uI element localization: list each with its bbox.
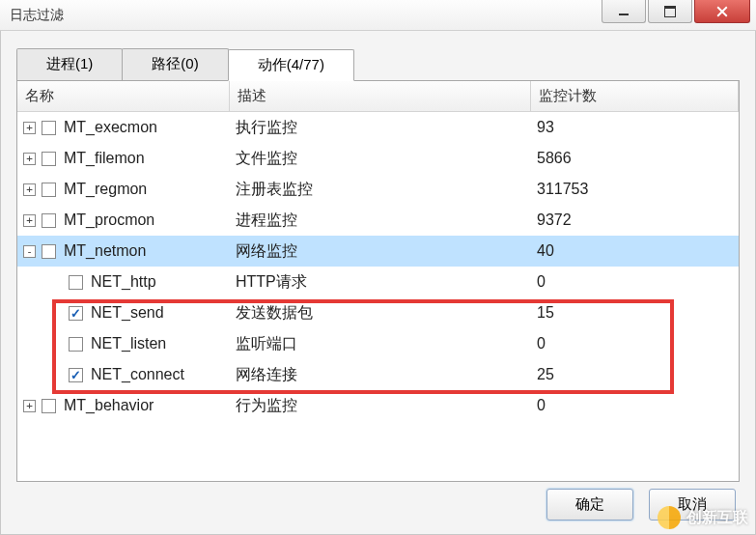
tree-row[interactable]: +MT_procmon进程监控9372 <box>17 205 739 236</box>
cell-desc: 进程监控 <box>230 211 531 231</box>
cell-desc: 文件监控 <box>230 149 531 169</box>
window-controls <box>602 0 756 30</box>
tree-row[interactable]: NET_httpHTTP请求0 <box>17 267 739 297</box>
cell-name: NET_listen <box>17 335 230 352</box>
expand-icon[interactable]: + <box>23 183 36 196</box>
col-header-count[interactable]: 监控计数 <box>531 81 739 111</box>
tree-row[interactable]: -MT_netmon网络监控40 <box>17 236 739 267</box>
minimize-button[interactable] <box>602 0 646 23</box>
tree-row[interactable]: +MT_behavior行为监控0 <box>17 390 739 421</box>
checkbox[interactable] <box>42 183 56 197</box>
cell-count: 0 <box>531 273 739 291</box>
row-name: NET_listen <box>91 335 166 352</box>
tree-row[interactable]: NET_send发送数据包15 <box>17 297 739 328</box>
row-name: MT_filemon <box>64 150 145 167</box>
cell-desc: 执行监控 <box>230 118 531 138</box>
checkbox[interactable] <box>69 337 83 352</box>
expand-icon[interactable]: + <box>23 400 36 412</box>
cell-desc: 网络监控 <box>230 241 531 262</box>
tree-panel: 名称 描述 监控计数 +MT_execmon执行监控93+MT_filemon文… <box>16 80 740 482</box>
tree-row[interactable]: +MT_regmon注册表监控311753 <box>17 174 739 205</box>
cell-desc: 监听端口 <box>230 334 531 354</box>
ok-button[interactable]: 确定 <box>546 489 633 521</box>
tree-row[interactable]: NET_listen监听端口0 <box>17 328 739 359</box>
cell-count: 311753 <box>531 181 739 198</box>
cell-count: 25 <box>531 366 739 383</box>
tree-row[interactable]: NET_connect网络连接25 <box>17 359 739 390</box>
cell-count: 0 <box>531 335 739 352</box>
row-name: MT_procmon <box>64 211 154 229</box>
cell-desc: 注册表监控 <box>230 180 531 200</box>
window-title: 日志过滤 <box>10 7 64 24</box>
cell-name: NET_connect <box>17 366 230 383</box>
row-name: NET_connect <box>91 366 184 383</box>
cell-name: NET_send <box>17 304 230 322</box>
tree-row[interactable]: +MT_filemon文件监控5866 <box>17 143 739 174</box>
title-bar: 日志过滤 <box>0 0 756 31</box>
dialog-footer: 确定 取消 <box>546 489 736 521</box>
checkbox[interactable] <box>42 399 56 413</box>
tab-strip: 进程(1) 路径(0) 动作(4/77) <box>16 48 740 80</box>
checkbox[interactable] <box>42 244 56 259</box>
dialog-body: 进程(1) 路径(0) 动作(4/77) 名称 描述 监控计数 +MT_exec… <box>0 31 756 535</box>
cell-name: +MT_execmon <box>17 119 230 136</box>
cell-count: 40 <box>531 242 739 260</box>
cell-count: 9372 <box>531 211 739 229</box>
checkbox[interactable] <box>69 368 83 382</box>
checkbox[interactable] <box>42 152 56 166</box>
tab-process[interactable]: 进程(1) <box>16 48 123 80</box>
row-name: NET_send <box>91 304 164 322</box>
cell-name: +MT_behavior <box>17 397 230 414</box>
collapse-icon[interactable]: - <box>23 245 36 258</box>
cell-name: +MT_regmon <box>17 181 230 198</box>
row-name: MT_netmon <box>64 242 146 260</box>
cell-name: +MT_filemon <box>17 150 230 167</box>
cell-name: -MT_netmon <box>17 242 230 260</box>
cell-count: 93 <box>531 119 739 136</box>
cell-desc: HTTP请求 <box>230 272 531 293</box>
cell-count: 0 <box>531 397 739 414</box>
tree-header: 名称 描述 监控计数 <box>17 81 739 112</box>
col-header-desc[interactable]: 描述 <box>230 81 531 111</box>
checkbox[interactable] <box>69 275 83 290</box>
close-icon <box>716 6 728 17</box>
row-name: NET_http <box>91 273 156 291</box>
checkbox[interactable] <box>42 213 56 228</box>
row-name: MT_regmon <box>64 181 147 198</box>
cell-name: NET_http <box>17 273 230 291</box>
cell-name: +MT_procmon <box>17 211 230 229</box>
row-name: MT_execmon <box>64 119 157 136</box>
maximize-button[interactable] <box>648 0 692 23</box>
tab-path[interactable]: 路径(0) <box>122 48 228 80</box>
tab-action[interactable]: 动作(4/77) <box>228 49 354 81</box>
cell-desc: 发送数据包 <box>230 303 531 324</box>
checkbox[interactable] <box>42 121 56 135</box>
tree-row[interactable]: +MT_execmon执行监控93 <box>17 112 739 143</box>
expand-icon[interactable]: + <box>23 214 36 227</box>
row-name: MT_behavior <box>64 397 154 414</box>
cell-desc: 网络连接 <box>230 365 531 385</box>
expand-icon[interactable]: + <box>23 153 36 165</box>
cancel-button[interactable]: 取消 <box>649 489 736 521</box>
close-button[interactable] <box>694 0 750 23</box>
col-header-name[interactable]: 名称 <box>17 81 230 111</box>
cell-count: 15 <box>531 304 739 322</box>
cell-desc: 行为监控 <box>230 396 531 416</box>
tree-rows: +MT_execmon执行监控93+MT_filemon文件监控5866+MT_… <box>17 112 739 421</box>
cell-count: 5866 <box>531 150 739 167</box>
checkbox[interactable] <box>69 306 83 321</box>
expand-icon[interactable]: + <box>23 122 36 134</box>
